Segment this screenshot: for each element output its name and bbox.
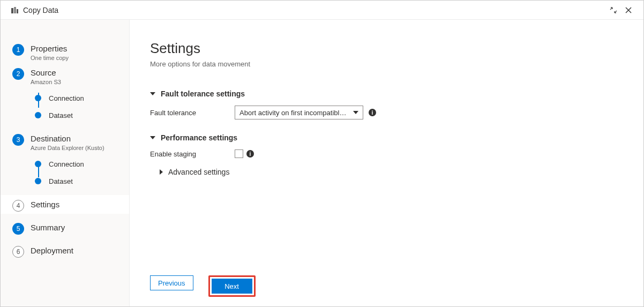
step-summary[interactable]: 5 Summary xyxy=(1,214,129,237)
copy-data-icon xyxy=(10,6,19,14)
svg-rect-0 xyxy=(11,8,13,13)
page-title: Settings xyxy=(150,40,643,57)
fault-tolerance-select[interactable]: Abort activity on first incompatibl… xyxy=(235,106,363,119)
step-badge: 2 xyxy=(12,68,24,80)
chevron-down-icon xyxy=(150,136,155,139)
select-value: Abort activity on first incompatibl… xyxy=(239,109,349,117)
step-deployment[interactable]: 6 Deployment xyxy=(1,237,129,260)
next-button[interactable]: Next xyxy=(212,279,252,294)
source-dataset[interactable]: Dataset xyxy=(35,107,129,124)
step-badge: 4 xyxy=(12,200,24,212)
fault-tolerance-label: Fault tolerance xyxy=(150,109,235,117)
substep-dot-icon xyxy=(35,178,41,184)
substep-dot-icon xyxy=(35,95,41,101)
step-sublabel: One time copy xyxy=(31,55,69,61)
substep-dot-icon xyxy=(35,161,41,167)
source-connection[interactable]: Connection xyxy=(35,89,129,107)
step-badge: 1 xyxy=(12,44,24,56)
source-substeps: Connection Dataset xyxy=(1,87,129,129)
step-label: Properties xyxy=(31,43,69,54)
step-label: Deployment xyxy=(31,245,73,256)
highlight-annotation: Next xyxy=(208,275,256,297)
fault-tolerance-row: Fault tolerance Abort activity on first … xyxy=(150,106,643,119)
section-title: Fault tolerance settings xyxy=(161,89,245,98)
chevron-down-icon xyxy=(353,111,358,114)
window-title: Copy Data xyxy=(23,6,58,14)
step-badge: 3 xyxy=(12,134,24,146)
minimize-restore-icon[interactable] xyxy=(606,3,621,18)
chevron-right-icon xyxy=(160,169,163,175)
substep-label: Dataset xyxy=(49,111,73,119)
section-title: Performance settings xyxy=(161,133,237,142)
svg-rect-2 xyxy=(17,9,18,13)
main-panel: Settings More options for data movement … xyxy=(129,20,643,306)
page-subtitle: More options for data movement xyxy=(150,60,643,68)
advanced-settings-toggle[interactable]: Advanced settings xyxy=(160,168,643,176)
substep-label: Connection xyxy=(49,94,84,102)
step-source[interactable]: 2 Source Amazon S3 xyxy=(1,63,129,87)
advanced-settings-label: Advanced settings xyxy=(168,168,229,176)
step-label: Settings xyxy=(31,199,59,210)
performance-section-toggle[interactable]: Performance settings xyxy=(150,133,643,142)
step-settings[interactable]: 4 Settings xyxy=(1,195,129,214)
info-icon[interactable]: i xyxy=(246,150,254,158)
close-icon[interactable] xyxy=(621,3,636,18)
substep-label: Dataset xyxy=(49,177,73,185)
step-destination[interactable]: 3 Destination Azure Data Explorer (Kusto… xyxy=(1,129,129,153)
step-label: Summary xyxy=(31,222,65,233)
destination-substeps: Connection Dataset xyxy=(1,153,129,195)
step-label: Source xyxy=(31,68,61,78)
destination-dataset[interactable]: Dataset xyxy=(35,173,129,190)
substep-label: Connection xyxy=(49,160,84,168)
previous-button[interactable]: Previous xyxy=(150,275,193,290)
wizard-sidebar: 1 Properties One time copy 2 Source Amaz… xyxy=(1,20,129,306)
step-badge: 5 xyxy=(12,223,24,235)
svg-rect-1 xyxy=(14,7,16,13)
content-area: 1 Properties One time copy 2 Source Amaz… xyxy=(1,20,643,306)
fault-tolerance-section-toggle[interactable]: Fault tolerance settings xyxy=(150,89,643,98)
button-label: Next xyxy=(224,282,239,290)
info-icon[interactable]: i xyxy=(369,109,376,116)
chevron-down-icon xyxy=(150,92,155,95)
step-label: Destination xyxy=(31,133,104,144)
wizard-footer: Previous Next xyxy=(150,275,256,297)
step-badge: 6 xyxy=(12,246,24,258)
enable-staging-checkbox[interactable] xyxy=(235,149,243,158)
button-label: Previous xyxy=(158,279,185,287)
enable-staging-label: Enable staging xyxy=(150,150,235,158)
titlebar: Copy Data xyxy=(1,1,643,20)
destination-connection[interactable]: Connection xyxy=(35,155,129,173)
enable-staging-row: Enable staging i xyxy=(150,149,643,158)
step-properties[interactable]: 1 Properties One time copy xyxy=(1,39,129,63)
substep-dot-icon xyxy=(35,112,41,118)
step-sublabel: Amazon S3 xyxy=(31,79,61,85)
step-sublabel: Azure Data Explorer (Kusto) xyxy=(31,145,104,151)
